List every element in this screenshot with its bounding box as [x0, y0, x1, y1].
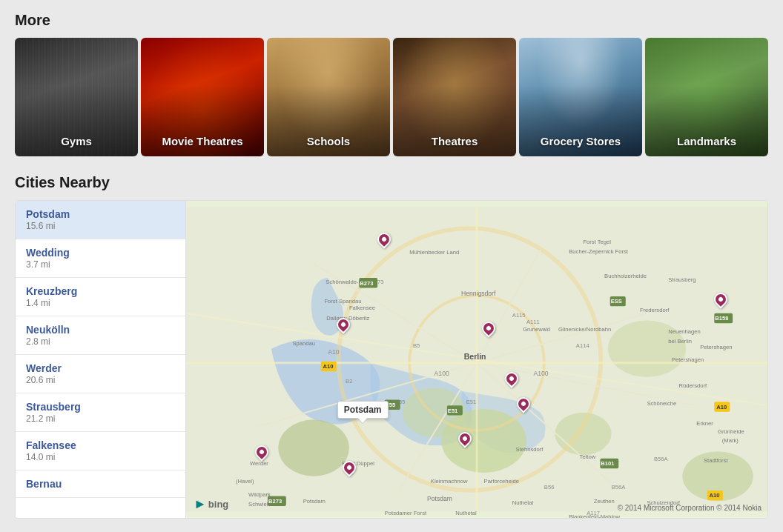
svg-text:B273: B273	[268, 498, 282, 505]
category-card-theatres[interactable]: Theatres	[393, 38, 516, 156]
svg-text:Strausberg: Strausberg	[668, 276, 696, 283]
map-pin-pin7	[343, 461, 356, 479]
city-name: Wedding	[26, 247, 175, 259]
svg-text:Nuthetal: Nuthetal	[455, 510, 477, 516]
svg-text:A10: A10	[323, 363, 334, 370]
cities-section-title: Cities Nearby	[15, 174, 768, 191]
city-item-wedding[interactable]: Wedding 3.7 mi	[16, 239, 185, 278]
svg-text:A111: A111	[526, 319, 540, 325]
svg-text:Mühlenbecker Land: Mühlenbecker Land	[409, 249, 459, 256]
svg-text:Stadtforst: Stadtforst	[704, 457, 729, 464]
page-wrapper: More Gyms Movie Theatres Schools Theatre…	[0, 0, 783, 531]
svg-text:B56A: B56A	[654, 456, 669, 462]
map-pin-pin2	[337, 318, 350, 336]
pin-shape	[479, 319, 498, 337]
svg-text:Stehnsdorf: Stehnsdorf	[516, 446, 544, 453]
map-container: A10 A111 A114 A100 A100 E51 E55 B2 B5 B2…	[186, 201, 767, 518]
svg-text:A114: A114	[576, 342, 590, 349]
bing-icon: ►	[194, 496, 207, 512]
svg-text:B5: B5	[413, 342, 420, 349]
svg-text:Petershagen: Petershagen	[700, 344, 732, 350]
city-name: Kreuzberg	[26, 285, 175, 297]
svg-text:Forst Tegel: Forst Tegel	[583, 239, 611, 245]
category-card-landmarks[interactable]: Landmarks	[645, 38, 768, 156]
city-item-falkensee[interactable]: Falkensee 14.0 mi	[16, 432, 185, 471]
svg-text:Rüdersdorf: Rüdersdorf	[678, 382, 707, 389]
svg-text:Falkensee: Falkensee	[349, 305, 375, 311]
svg-text:Spandau: Spandau	[292, 340, 315, 347]
pin-dot	[718, 296, 724, 302]
pin-shape	[334, 316, 352, 334]
pin-shape	[502, 369, 521, 388]
svg-text:E55: E55	[386, 402, 396, 408]
city-name: Neukölln	[26, 324, 175, 336]
city-item-kreuzberg[interactable]: Kreuzberg 1.4 mi	[16, 278, 185, 316]
city-item-potsdam[interactable]: Potsdam 15.6 mi	[16, 201, 185, 239]
svg-text:Grünheide: Grünheide	[718, 428, 744, 435]
map-svg: A10 A111 A114 A100 A100 E51 E55 B2 B5 B2…	[186, 201, 767, 518]
city-name: Werder	[26, 362, 175, 374]
city-name: Bernau	[26, 478, 175, 490]
city-distance: 21.2 mi	[26, 413, 175, 424]
svg-text:A100: A100	[435, 370, 449, 377]
category-card-gyms[interactable]: Gyms	[15, 38, 138, 156]
map-pin-pin3	[482, 322, 495, 339]
category-card-schools[interactable]: Schools	[267, 38, 390, 156]
svg-text:Grunewald: Grunewald	[523, 326, 550, 333]
city-distance: 2.8 mi	[26, 336, 175, 347]
pin-dot	[340, 322, 346, 327]
card-label-grocery-stores: Grocery Stores	[519, 135, 642, 147]
map-pin-pin4	[505, 372, 518, 390]
svg-text:A115: A115	[512, 312, 526, 319]
svg-text:(Havel): (Havel)	[236, 478, 254, 485]
svg-text:B56A: B56A	[612, 484, 627, 491]
svg-point-4	[278, 419, 349, 476]
svg-text:Wildpark: Wildpark	[248, 491, 271, 498]
pin-dot	[509, 376, 515, 382]
map-pin-pin6	[458, 432, 472, 450]
svg-text:E51: E51	[448, 408, 458, 414]
svg-text:E51: E51	[466, 399, 477, 405]
cities-layout: Potsdam 15.6 mi Wedding 3.7 mi Kreuzberg…	[15, 200, 768, 519]
city-item-strausberg[interactable]: Strausberg 21.2 mi	[16, 393, 185, 432]
city-name: Strausberg	[26, 401, 175, 413]
svg-text:Blankenfeld-Mahlow: Blankenfeld-Mahlow	[569, 513, 620, 518]
svg-text:Parforceheide: Parforceheide	[484, 478, 519, 485]
bing-logo: ► bing	[194, 496, 228, 512]
city-item-neukölln[interactable]: Neukölln 2.8 mi	[16, 316, 185, 355]
svg-text:Potsdamer Forst: Potsdamer Forst	[385, 510, 427, 516]
pin-shape	[374, 230, 393, 248]
map-pin-pin1	[377, 233, 391, 250]
city-distance: 3.7 mi	[26, 259, 175, 270]
pin-shape	[712, 290, 730, 308]
city-item-bernau[interactable]: Bernau	[16, 471, 185, 498]
more-section-title: More	[15, 12, 768, 29]
svg-text:Glinenicke/Nordbahn: Glinenicke/Nordbahn	[558, 326, 611, 333]
category-card-movie-theatres[interactable]: Movie Theatres	[141, 38, 264, 156]
pin-dot	[462, 436, 468, 442]
svg-text:Zeuthen: Zeuthen	[594, 498, 615, 505]
pin-dot	[485, 325, 491, 330]
svg-text:Bucher-Zepernick Forst: Bucher-Zepernick Forst	[569, 248, 629, 255]
category-grid: Gyms Movie Theatres Schools Theatres Gro…	[15, 38, 768, 156]
svg-text:ESS: ESS	[611, 298, 622, 305]
category-card-grocery-stores[interactable]: Grocery Stores	[519, 38, 642, 156]
city-distance: 20.6 mi	[26, 375, 175, 385]
pin-shape	[456, 430, 475, 448]
more-section: More Gyms Movie Theatres Schools Theatre…	[15, 12, 768, 156]
card-label-gyms: Gyms	[15, 135, 138, 147]
svg-text:Forst Spandau: Forst Spandau	[324, 298, 361, 305]
city-item-werder[interactable]: Werder 20.6 mi	[16, 355, 185, 393]
svg-text:Teltow: Teltow	[580, 453, 596, 460]
city-name: Potsdam	[26, 208, 175, 220]
svg-text:B2: B2	[346, 378, 352, 385]
pin-shape	[514, 395, 532, 413]
pin-dot	[380, 236, 386, 242]
svg-text:B158: B158	[715, 315, 728, 322]
svg-text:Kleinmachnow: Kleinmachnow	[431, 478, 468, 485]
svg-text:A10: A10	[710, 492, 720, 499]
svg-text:Wildpark: Wildpark	[300, 517, 322, 518]
svg-text:Petershagen: Petershagen	[672, 356, 704, 363]
card-label-schools: Schools	[267, 135, 390, 147]
card-label-theatres: Theatres	[393, 135, 516, 147]
